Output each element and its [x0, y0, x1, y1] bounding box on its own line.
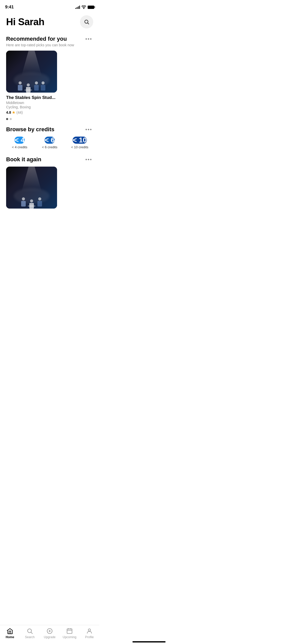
book-again-card[interactable] [6, 167, 57, 209]
biker-3 [34, 81, 39, 91]
spinning-class-image [6, 51, 57, 93]
card-rating: 4.8 ★ (44) [6, 110, 57, 114]
recommended-header: Recommended for you Here are top-rated p… [6, 36, 93, 47]
biker-4 [41, 81, 45, 91]
svg-point-0 [84, 8, 84, 9]
book-again-gym-overlay [6, 167, 57, 209]
credit-label-1: < 4 credits [12, 145, 27, 149]
credit-label-2: < 6 credits [42, 145, 57, 149]
book-again-title: Book it again [6, 156, 41, 163]
credits-title: Browse by credits [6, 126, 55, 133]
book-again-header: Book it again ••• [6, 156, 93, 163]
book-again-section: Book it again ••• [6, 156, 93, 209]
header-row: Hi Sarah [6, 15, 93, 28]
credit-number-3: < 10 [73, 137, 87, 144]
greeting-text: Hi Sarah [6, 17, 44, 27]
credit-card-under-4[interactable]: < 4 [15, 137, 25, 144]
credit-number-2: < 6 [45, 137, 55, 144]
status-time: 9:41 [5, 5, 14, 10]
book-again-image [6, 167, 57, 209]
wifi-icon [82, 5, 86, 9]
recommended-more-button[interactable]: ••• [84, 36, 93, 42]
recommended-section: Recommended for you Here are top-rated p… [6, 36, 93, 120]
credit-label-3: < 10 credits [71, 145, 88, 149]
main-content: Hi Sarah Recommended for you Here are to… [0, 13, 99, 237]
dot-2 [10, 118, 12, 120]
credits-header: Browse by credits ••• [6, 126, 93, 133]
review-count: (44) [16, 110, 23, 114]
credits-card-group-3: < 10 < 10 credits [66, 137, 93, 149]
scroll-indicator [6, 118, 93, 120]
signal-icon [75, 5, 80, 9]
svg-point-1 [85, 20, 88, 23]
book-again-biker-3 [37, 197, 42, 207]
credits-card-group-2: < 6 < 6 credits [36, 137, 63, 149]
svg-line-2 [88, 23, 89, 24]
recommended-card-image [6, 51, 57, 93]
biker-1 [18, 81, 22, 91]
biker-2 [24, 83, 32, 91]
credits-cards: < 4 < 4 credits < 6 < 6 credits < 10 < 1… [6, 137, 93, 149]
recommended-subtitle: Here are top-rated picks you can book no… [6, 43, 74, 47]
star-icon: ★ [12, 110, 15, 114]
status-icons [75, 5, 94, 9]
rating-value: 4.8 [6, 110, 11, 114]
book-again-class-image [6, 167, 57, 209]
credit-card-under-10[interactable]: < 10 [73, 137, 87, 144]
credit-card-under-6[interactable]: < 6 [45, 137, 55, 144]
card-categories: Cycling, Boxing [6, 105, 57, 109]
gym-scene [18, 81, 45, 91]
credits-section: Browse by credits ••• < 4 < 4 credits < … [6, 126, 93, 149]
dot-1 [6, 118, 8, 120]
credit-number-1: < 4 [15, 137, 25, 144]
book-again-biker-2 [28, 199, 35, 207]
gym-overlay [6, 51, 57, 93]
recommended-card[interactable]: The Stables Spin Stud... Middletown Cycl… [6, 51, 57, 114]
book-again-more-button[interactable]: ••• [84, 156, 93, 163]
card-location: Middletown [6, 101, 57, 105]
search-button[interactable] [80, 15, 93, 28]
recommended-title: Recommended for you [6, 36, 74, 42]
battery-icon [88, 6, 94, 9]
credits-more-button[interactable]: ••• [84, 126, 93, 133]
book-again-gym-scene [21, 197, 42, 207]
book-again-biker-1 [21, 197, 26, 207]
search-icon [84, 19, 89, 25]
status-bar: 9:41 [0, 0, 99, 13]
card-name: The Stables Spin Stud... [6, 95, 57, 100]
credits-card-group-1: < 4 < 4 credits [6, 137, 33, 149]
